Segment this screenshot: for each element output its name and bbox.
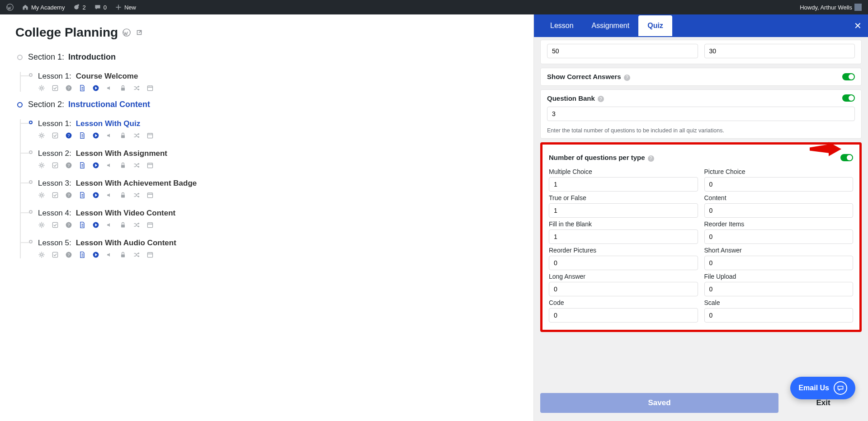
section-row[interactable]: Section 2: Instructional Content xyxy=(17,100,518,109)
document-icon[interactable] xyxy=(79,162,86,169)
tab-lesson[interactable]: Lesson xyxy=(541,15,583,36)
volume-icon[interactable] xyxy=(106,221,113,229)
checkbox-icon[interactable] xyxy=(52,251,59,258)
lock-icon[interactable] xyxy=(119,84,127,92)
lesson-row[interactable]: Lesson 2: Lesson With Assignment ? xyxy=(21,149,518,169)
shuffle-icon[interactable] xyxy=(133,162,140,169)
saved-button[interactable]: Saved xyxy=(540,393,778,413)
help-circle-icon[interactable]: ? xyxy=(65,192,72,199)
gear-icon[interactable] xyxy=(38,251,45,258)
question-type-input[interactable] xyxy=(549,229,698,244)
play-circle-icon[interactable] xyxy=(92,84,99,92)
lock-icon[interactable] xyxy=(119,162,127,169)
document-icon[interactable] xyxy=(79,84,86,92)
new-link[interactable]: New xyxy=(112,4,139,11)
tab-quiz[interactable]: Quiz xyxy=(638,15,672,36)
per-type-toggle[interactable] xyxy=(840,154,853,161)
show-correct-toggle[interactable] xyxy=(842,73,855,80)
account-link[interactable]: Howdy, Arthur Wells xyxy=(797,4,864,11)
question-type-input[interactable] xyxy=(549,308,698,323)
help-circle-icon[interactable]: ? xyxy=(65,162,72,169)
document-icon[interactable] xyxy=(79,192,86,199)
checkbox-icon[interactable] xyxy=(52,192,59,199)
question-type-input[interactable] xyxy=(704,203,854,218)
svg-rect-11 xyxy=(52,133,57,138)
lesson-row[interactable]: Lesson 3: Lesson With Achievement Badge … xyxy=(21,179,518,199)
shuffle-icon[interactable] xyxy=(133,84,140,92)
top-value-right[interactable] xyxy=(704,44,855,58)
lock-icon[interactable] xyxy=(119,251,127,258)
play-circle-icon[interactable] xyxy=(92,221,99,229)
question-type-input[interactable] xyxy=(549,256,698,270)
lock-icon[interactable] xyxy=(119,132,127,139)
checkbox-icon[interactable] xyxy=(52,132,59,139)
help-icon[interactable]: ? xyxy=(648,155,654,162)
shuffle-icon[interactable] xyxy=(133,132,140,139)
question-type-input[interactable] xyxy=(704,256,854,270)
email-us-widget[interactable]: Email Us xyxy=(790,377,855,399)
help-icon[interactable]: ? xyxy=(624,75,630,81)
lesson-row[interactable]: Lesson 5: Lesson With Audio Content ? xyxy=(21,239,518,258)
play-circle-icon[interactable] xyxy=(92,251,99,258)
shuffle-icon[interactable] xyxy=(133,192,140,199)
question-type-input[interactable] xyxy=(704,177,854,192)
svg-rect-32 xyxy=(121,195,125,197)
volume-icon[interactable] xyxy=(106,251,113,258)
play-circle-icon[interactable] xyxy=(92,132,99,139)
question-bank-toggle[interactable] xyxy=(842,94,855,102)
question-type-input[interactable] xyxy=(704,308,854,323)
shuffle-icon[interactable] xyxy=(133,251,140,258)
calendar-icon[interactable] xyxy=(146,221,154,229)
document-icon[interactable] xyxy=(79,221,86,229)
lesson-icon-row: ? xyxy=(32,221,518,229)
help-circle-icon[interactable]: ? xyxy=(65,221,72,229)
volume-icon[interactable] xyxy=(106,162,113,169)
section-row[interactable]: Section 1: Introduction xyxy=(17,52,518,62)
document-icon[interactable] xyxy=(79,132,86,139)
lesson-row[interactable]: Lesson 4: Lesson With Video Content ? xyxy=(21,209,518,229)
wp-logo[interactable] xyxy=(4,4,16,11)
question-type-input[interactable] xyxy=(704,282,854,296)
help-circle-icon[interactable]: ? xyxy=(65,251,72,258)
question-bank-input[interactable] xyxy=(547,107,855,121)
question-type-input[interactable] xyxy=(704,229,854,244)
gear-icon[interactable] xyxy=(38,84,45,92)
calendar-icon[interactable] xyxy=(146,251,154,258)
wordpress-icon[interactable] xyxy=(123,28,131,37)
play-circle-icon[interactable] xyxy=(92,162,99,169)
help-circle-icon[interactable]: ? xyxy=(65,132,72,139)
calendar-icon[interactable] xyxy=(146,84,154,92)
lesson-row[interactable]: Lesson 1: Course Welcome ? xyxy=(21,72,518,92)
question-type-input[interactable] xyxy=(549,203,698,218)
tab-assignment[interactable]: Assignment xyxy=(583,15,639,36)
external-link-icon[interactable] xyxy=(135,28,143,37)
gear-icon[interactable] xyxy=(38,132,45,139)
lock-icon[interactable] xyxy=(119,221,127,229)
lock-icon[interactable] xyxy=(119,192,127,199)
help-circle-icon[interactable]: ? xyxy=(65,84,72,92)
gear-icon[interactable] xyxy=(38,192,45,199)
volume-icon[interactable] xyxy=(106,84,113,92)
question-type-input[interactable] xyxy=(549,177,698,192)
lesson-row[interactable]: Lesson 1: Lesson With Quiz ? xyxy=(21,119,518,139)
close-icon[interactable]: ✕ xyxy=(854,20,862,31)
volume-icon[interactable] xyxy=(106,132,113,139)
document-icon[interactable] xyxy=(79,251,86,258)
checkbox-icon[interactable] xyxy=(52,84,59,92)
question-type-input[interactable] xyxy=(549,282,698,296)
help-icon[interactable]: ? xyxy=(598,96,604,102)
shuffle-icon[interactable] xyxy=(133,221,140,229)
calendar-icon[interactable] xyxy=(146,132,154,139)
site-link[interactable]: My Academy xyxy=(19,4,67,11)
checkbox-icon[interactable] xyxy=(52,162,59,169)
checkbox-icon[interactable] xyxy=(52,221,59,229)
comments-link[interactable]: 0 xyxy=(91,4,109,11)
top-value-left[interactable] xyxy=(547,44,698,58)
updates-link[interactable]: 2 xyxy=(70,4,88,11)
calendar-icon[interactable] xyxy=(146,162,154,169)
calendar-icon[interactable] xyxy=(146,192,154,199)
gear-icon[interactable] xyxy=(38,162,45,169)
gear-icon[interactable] xyxy=(38,221,45,229)
play-circle-icon[interactable] xyxy=(92,192,99,199)
volume-icon[interactable] xyxy=(106,192,113,199)
